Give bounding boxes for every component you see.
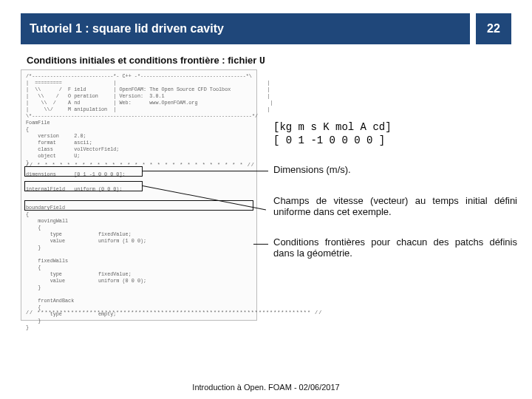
highlight-box-internalfield <box>24 181 143 191</box>
dimension-units-row: [kg m s K mol A cd] <box>273 121 392 133</box>
code-screenshot: /*---------------------------*- C++ -*--… <box>21 69 257 321</box>
dimension-values-row: [ 0 1 -1 0 0 0 0 ] <box>273 134 385 146</box>
page-number: 22 <box>476 13 511 44</box>
callout-dimensions: Dimensions (m/s). <box>273 164 517 175</box>
leader-line-3 <box>253 244 268 245</box>
title-bar: Tutoriel 1 : square lid driven cavity 22 <box>21 13 511 44</box>
subtitle-text: Conditions initiales et conditions front… <box>27 55 259 66</box>
subtitle-filename: U <box>259 55 265 66</box>
highlight-box-dimensions <box>24 166 143 177</box>
highlight-box-boundaryfield <box>24 200 253 211</box>
title-spacer <box>470 13 476 44</box>
page-title: Tutoriel 1 : square lid driven cavity <box>21 13 470 44</box>
callout-boundaryfield: Conditions frontières pour chacun des pa… <box>273 236 517 259</box>
callout-internalfield: Champs de vitesse (vecteur) au temps ini… <box>273 195 517 217</box>
code-header: /*---------------------------*- C++ -*--… <box>21 70 277 169</box>
code-separator-bottom: // *************************************… <box>21 307 327 319</box>
footer: Introduction à Open. FOAM - 02/06/2017 <box>0 383 532 392</box>
subtitle: Conditions initiales et conditions front… <box>27 55 505 66</box>
leader-line-1 <box>143 171 268 171</box>
